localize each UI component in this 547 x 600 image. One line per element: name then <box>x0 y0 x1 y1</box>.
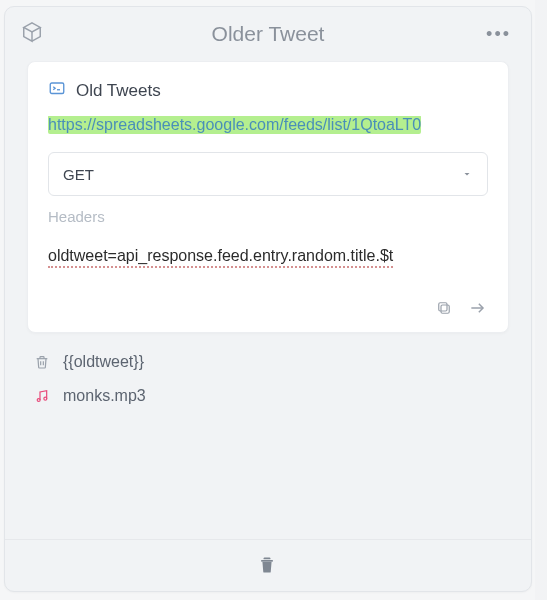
duplicate-button[interactable] <box>434 298 454 318</box>
code-icon <box>48 80 66 102</box>
panel-title: Older Tweet <box>5 22 531 46</box>
delete-button[interactable] <box>257 555 279 577</box>
background-overflow <box>535 0 547 600</box>
list-item-label: monks.mp3 <box>63 387 146 405</box>
card-title: Old Tweets <box>76 81 161 101</box>
svg-point-3 <box>37 399 40 402</box>
card-actions <box>48 298 488 318</box>
expression-row[interactable]: oldtweet=api_response.feed.entry.random.… <box>48 247 488 298</box>
trash-icon <box>33 353 51 371</box>
method-select[interactable]: GET <box>48 152 488 196</box>
panel-footer <box>5 539 531 591</box>
chevron-down-icon <box>461 166 473 183</box>
music-icon <box>33 387 51 405</box>
step-list: {{oldtweet}} monks.mp3 <box>27 333 509 413</box>
panel-header: Older Tweet ••• <box>5 7 531 61</box>
arrow-right-icon[interactable] <box>468 298 488 318</box>
panel-body: Old Tweets https://spreadsheets.google.c… <box>5 61 531 539</box>
more-options-button[interactable]: ••• <box>482 21 515 47</box>
http-request-card: Old Tweets https://spreadsheets.google.c… <box>27 61 509 333</box>
list-item[interactable]: {{oldtweet}} <box>33 345 503 379</box>
headers-field[interactable]: Headers <box>48 208 488 225</box>
workflow-panel: Older Tweet ••• Old Tweets https://sprea… <box>4 6 532 592</box>
svg-rect-2 <box>439 303 447 311</box>
cube-icon <box>21 21 43 47</box>
list-item[interactable]: monks.mp3 <box>33 379 503 413</box>
svg-rect-1 <box>441 305 449 313</box>
svg-rect-0 <box>50 83 64 94</box>
list-item-label: {{oldtweet}} <box>63 353 144 371</box>
svg-point-4 <box>44 397 47 400</box>
expression-text: oldtweet=api_response.feed.entry.random.… <box>48 247 393 268</box>
card-header: Old Tweets <box>48 80 488 102</box>
request-url[interactable]: https://spreadsheets.google.com/feeds/li… <box>48 116 488 134</box>
headers-placeholder: Headers <box>48 208 105 225</box>
method-value: GET <box>63 166 94 183</box>
